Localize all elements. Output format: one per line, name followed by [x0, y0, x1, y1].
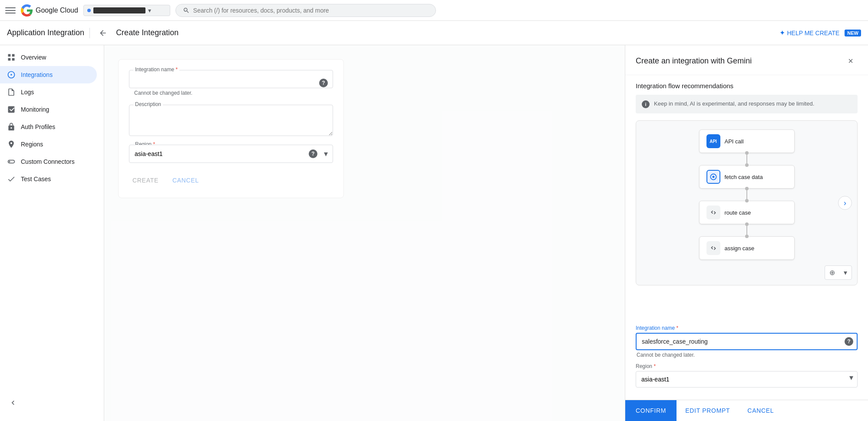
flow-node-fetch-label: fetch case data	[725, 174, 763, 180]
connector-3	[746, 224, 747, 236]
connector-1	[746, 153, 747, 165]
api-call-icon: API	[706, 134, 720, 148]
subheader: Application Integration Create Integrati…	[0, 21, 868, 45]
sidebar-logs-label: Logs	[21, 89, 34, 96]
panel-integration-name-input[interactable]	[636, 333, 858, 350]
panel-integration-name-group: Integration name * ? Cannot be changed l…	[636, 325, 858, 358]
panel-name-hint: Cannot be changed later.	[636, 352, 858, 358]
sidebar-item-monitoring[interactable]: Monitoring	[0, 101, 97, 118]
info-icon: i	[642, 100, 650, 108]
description-label: Description	[133, 101, 163, 107]
svg-point-2	[712, 176, 714, 178]
sidebar-connectors-label: Custom Connectors	[21, 158, 75, 165]
form-actions: CREATE CANCEL	[129, 173, 333, 187]
panel-region-label: Region *	[636, 363, 858, 369]
monitoring-icon	[7, 105, 16, 114]
integration-icon	[7, 70, 16, 79]
panel-footer: CONFIRM EDIT PROMPT CANCEL	[625, 400, 868, 421]
flow-inner: API API call fetch case data	[636, 121, 857, 269]
main-content: Integration name * ? Cannot be changed l…	[104, 45, 625, 421]
flow-node-assign-case: assign case	[699, 236, 795, 260]
logs-icon	[7, 88, 16, 96]
fetch-case-icon	[706, 170, 720, 184]
description-textarea[interactable]	[129, 105, 333, 136]
panel-region-group: Region * asia-east1 ▾	[636, 363, 858, 388]
back-button[interactable]	[95, 25, 111, 41]
confirm-button[interactable]: CONFIRM	[625, 400, 677, 421]
region-select[interactable]: asia-east1	[129, 145, 333, 163]
assign-case-icon	[706, 241, 720, 255]
panel-header: Create an integration with Gemini ×	[625, 45, 868, 75]
google-cloud-logo: Google Cloud	[21, 4, 78, 17]
svg-point-0	[10, 74, 12, 75]
description-group: Description	[129, 105, 333, 138]
auth-icon	[7, 123, 16, 131]
help-me-create-button[interactable]: ✦ HELP ME CREATE	[779, 29, 839, 37]
route-case-icon	[706, 206, 720, 219]
search-input[interactable]	[193, 7, 429, 14]
panel-cancel-button[interactable]: CANCEL	[739, 400, 782, 421]
regions-icon	[7, 140, 16, 149]
flow-node-route-label: route case	[725, 209, 751, 216]
sidebar-item-test-cases[interactable]: Test Cases	[0, 170, 97, 188]
flow-node-api-call-label: API call	[725, 138, 744, 145]
flow-diagram: API API call fetch case data	[636, 120, 858, 285]
sidebar-overview-label: Overview	[21, 54, 46, 61]
right-panel: Create an integration with Gemini × Inte…	[625, 45, 868, 421]
sidebar-monitoring-label: Monitoring	[21, 106, 49, 113]
sidebar-item-auth-profiles[interactable]: Auth Profiles	[0, 118, 97, 136]
flow-node-assign-label: assign case	[725, 245, 755, 252]
app-title: Application Integration	[7, 28, 84, 37]
project-selector[interactable]: ▾	[83, 5, 170, 16]
main-layout: Overview Integrations Logs Monitoring Au…	[0, 45, 868, 421]
sidebar-item-overview[interactable]: Overview	[0, 49, 97, 66]
grid-icon	[7, 53, 16, 62]
integration-name-input[interactable]	[129, 70, 333, 88]
sidebar-item-custom-connectors[interactable]: Custom Connectors	[0, 153, 97, 170]
new-badge: NEW	[845, 30, 861, 36]
create-integration-form: Integration name * ? Cannot be changed l…	[118, 59, 344, 198]
testcase-icon	[7, 175, 16, 183]
sidebar: Overview Integrations Logs Monitoring Au…	[0, 45, 104, 421]
sparkle-icon: ✦	[779, 29, 785, 37]
sidebar-regions-label: Regions	[21, 141, 43, 148]
topbar: Google Cloud ▾	[0, 0, 868, 21]
integration-name-hint: Cannot be changed later.	[129, 90, 333, 96]
panel-region-select[interactable]: asia-east1	[636, 371, 858, 388]
expand-button[interactable]: ›	[838, 196, 852, 210]
sidebar-testcases-label: Test Cases	[21, 176, 51, 182]
panel-section-title: Integration flow recommendations	[636, 82, 858, 90]
integration-name-help-icon[interactable]: ?	[319, 79, 328, 87]
sidebar-item-logs[interactable]: Logs	[0, 83, 97, 101]
flow-node-fetch-case: fetch case data	[699, 165, 795, 189]
flow-node-api-call: API API call	[699, 129, 795, 153]
search-bar[interactable]	[175, 4, 436, 17]
connector-icon	[7, 157, 16, 166]
hamburger-menu[interactable]	[5, 5, 16, 16]
region-group: Region * asia-east1 ? ▾	[129, 145, 333, 163]
edit-prompt-button[interactable]: EDIT PROMPT	[677, 400, 739, 421]
ai-notice-text: Keep in mind, AI is experimental, and re…	[654, 100, 814, 108]
sidebar-auth-label: Auth Profiles	[21, 123, 55, 130]
sidebar-collapse-button[interactable]	[3, 393, 23, 412]
panel-title: Create an integration with Gemini	[636, 56, 752, 66]
cancel-button[interactable]: CANCEL	[169, 173, 202, 187]
flow-node-route-case: route case	[699, 201, 795, 224]
sidebar-item-regions[interactable]: Regions	[0, 136, 97, 153]
panel-close-button[interactable]: ×	[844, 54, 858, 68]
sidebar-item-integrations[interactable]: Integrations	[0, 66, 97, 83]
panel-integration-name-label: Integration name *	[636, 325, 858, 331]
integration-name-group: Integration name * ? Cannot be changed l…	[129, 70, 333, 96]
panel-body: Integration flow recommendations i Keep …	[625, 75, 868, 325]
google-cloud-text: Google Cloud	[36, 7, 78, 14]
panel-name-help-icon[interactable]: ?	[845, 337, 853, 346]
create-button[interactable]: CREATE	[129, 173, 162, 187]
zoom-dropdown-button[interactable]: ▾	[839, 266, 851, 279]
region-help-icon[interactable]: ?	[309, 149, 317, 158]
panel-form: Integration name * ? Cannot be changed l…	[625, 325, 868, 400]
help-me-create-label: HELP ME CREATE	[787, 30, 839, 36]
zoom-in-button[interactable]: ⊕	[825, 266, 839, 279]
zoom-controls: ⊕ ▾	[825, 265, 852, 280]
page-title: Create Integration	[116, 28, 178, 37]
integration-name-label: Integration name *	[133, 66, 179, 73]
